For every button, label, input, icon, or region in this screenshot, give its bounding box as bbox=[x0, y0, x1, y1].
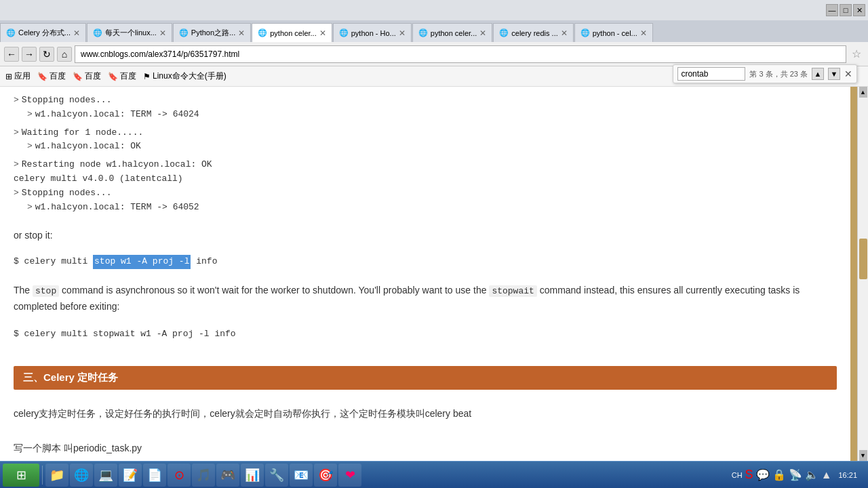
text-the: The bbox=[14, 285, 33, 296]
code-line-4: > w1.halcyon.local: OK bbox=[27, 140, 837, 154]
tab-close-icon[interactable]: ✕ bbox=[640, 28, 647, 38]
toolbar-baidu3-label: 百度 bbox=[120, 70, 136, 82]
taskbar-icon-game[interactable]: 🎮 bbox=[216, 464, 239, 487]
tab-python-celery-active[interactable]: 🌐 python celer... ✕ bbox=[252, 23, 332, 42]
arrow-icon: > bbox=[14, 186, 19, 201]
back-button[interactable]: ← bbox=[4, 47, 19, 62]
forward-button[interactable]: → bbox=[22, 47, 37, 62]
toolbar-baidu2-label: 百度 bbox=[85, 70, 101, 82]
taskbar-sys-area: CH S 💬 🔒 📡 🔈 ▲ 16:21 bbox=[728, 468, 865, 482]
scrollbar-down-button[interactable]: ▼ bbox=[859, 450, 867, 461]
address-input[interactable] bbox=[75, 45, 846, 63]
tab-celery-distribute[interactable]: 🌐 Celery 分布式... ✕ bbox=[0, 23, 86, 42]
toolbar-baidu3[interactable]: 🔖 百度 bbox=[108, 70, 136, 82]
refresh-button[interactable]: ↻ bbox=[39, 47, 54, 62]
title-bar: — □ ✕ bbox=[0, 0, 868, 20]
tab-close-icon[interactable]: ✕ bbox=[319, 28, 326, 38]
baidu-icon-3: 🔖 bbox=[108, 72, 118, 81]
or-stop-text: or stop it: bbox=[14, 228, 837, 244]
tab-favicon: 🌐 bbox=[93, 28, 102, 38]
code-line-1: > Stopping nodes... bbox=[14, 94, 837, 108]
stop-description: The stop command is asynchronous so it w… bbox=[14, 283, 837, 315]
cmd-suffix: info bbox=[191, 255, 217, 269]
toolbar-baidu1[interactable]: 🔖 百度 bbox=[37, 70, 66, 82]
tab-python-how[interactable]: 🌐 python - Ho... ✕ bbox=[333, 23, 412, 42]
code-text: Stopping nodes... bbox=[22, 94, 112, 108]
find-bar: 第 3 条，共 23 条 ▲ ▼ ✕ bbox=[673, 64, 857, 83]
tab-favicon: 🌐 bbox=[6, 28, 16, 38]
address-bar: ← → ↻ ⌂ ☆ bbox=[0, 42, 868, 66]
stopwait-command-line: $ celery multi stopwait w1 -A proj -l in… bbox=[14, 327, 837, 342]
maximize-button[interactable]: □ bbox=[840, 4, 852, 16]
code-line-2: > w1.halcyon.local: TERM -> 64024 bbox=[27, 108, 837, 122]
minimize-button[interactable]: — bbox=[826, 4, 838, 16]
scrollbar-track bbox=[858, 98, 868, 450]
tab-celery-redis[interactable]: 🌐 celery redis ... ✕ bbox=[493, 23, 573, 42]
arrow-icon: > bbox=[27, 201, 33, 215]
taskbar: ⊞ 📁 🌐 💻 📝 📄 ⊙ 🎵 🎮 📊 🔧 📧 🎯 ❤ CH S 💬 🔒 📡 🔈… bbox=[0, 461, 868, 488]
toolbar-baidu1-label: 百度 bbox=[50, 70, 66, 82]
taskbar-icon-heart[interactable]: ❤ bbox=[338, 464, 361, 487]
taskbar-icon-word[interactable]: 📄 bbox=[143, 464, 166, 487]
clock-time: 16:21 bbox=[838, 471, 857, 479]
tab-close-icon[interactable]: ✕ bbox=[238, 28, 245, 38]
code-block-top: > Stopping nodes... > w1.halcyon.local: … bbox=[14, 94, 837, 214]
tab-close-icon[interactable]: ✕ bbox=[399, 28, 406, 38]
content-area: > Stopping nodes... > w1.halcyon.local: … bbox=[0, 87, 850, 461]
find-close-button[interactable]: ✕ bbox=[844, 68, 852, 79]
tab-close-icon[interactable]: ✕ bbox=[73, 28, 80, 38]
cmd-prefix: $ celery multi bbox=[14, 255, 93, 269]
title-bar-controls[interactable]: — □ ✕ bbox=[826, 4, 865, 16]
find-count: 第 3 条，共 23 条 bbox=[749, 69, 808, 79]
toolbar-baidu2[interactable]: 🔖 百度 bbox=[73, 70, 101, 82]
tab-close-icon[interactable]: ✕ bbox=[159, 28, 166, 38]
taskbar-icon-settings[interactable]: 🔧 bbox=[265, 464, 288, 487]
stop-command-line: $ celery multi stop w1 -A proj -l info bbox=[14, 255, 837, 269]
taskbar-icon-target[interactable]: 🎯 bbox=[314, 464, 337, 487]
taskbar-icon-email[interactable]: 📧 bbox=[290, 464, 313, 487]
find-next-button[interactable]: ▼ bbox=[828, 68, 840, 80]
start-button[interactable]: ⊞ bbox=[3, 464, 39, 487]
arrow-icon: > bbox=[27, 108, 33, 122]
bookmark-icon[interactable]: ☆ bbox=[849, 47, 864, 60]
taskbar-icon-folder[interactable]: 📁 bbox=[45, 464, 68, 487]
tab-close-icon[interactable]: ✕ bbox=[561, 28, 568, 38]
inline-stopwait: stopwait bbox=[489, 285, 536, 297]
tab-favicon: 🌐 bbox=[499, 28, 509, 38]
tab-python-road[interactable]: 🌐 Python之路... ✕ bbox=[173, 23, 251, 42]
text-async: command is asynchronous so it won't wait… bbox=[59, 285, 489, 296]
tab-favicon: 🌐 bbox=[258, 28, 267, 38]
taskbar-icon-music[interactable]: 🎵 bbox=[192, 464, 215, 487]
taskbar-icon-chart[interactable]: 📊 bbox=[241, 464, 264, 487]
section-header-celery-timer: 三、Celery 定时任务 bbox=[14, 366, 837, 390]
taskbar-icon-browser[interactable]: 🌐 bbox=[70, 464, 93, 487]
tab-title: celery redis ... bbox=[511, 29, 557, 37]
find-prev-button[interactable]: ▲ bbox=[812, 68, 824, 80]
scrollbar-thumb[interactable] bbox=[859, 239, 867, 279]
close-button[interactable]: ✕ bbox=[853, 4, 865, 16]
script-description: 写一个脚本 叫periodic_task.py bbox=[14, 441, 837, 457]
tab-favicon: 🌐 bbox=[179, 28, 189, 38]
scrollbar-up-button[interactable]: ▲ bbox=[859, 87, 867, 98]
taskbar-icon-notepad[interactable]: 📝 bbox=[119, 464, 142, 487]
scrollbar[interactable]: ▲ ▼ bbox=[857, 87, 868, 461]
home-button[interactable]: ⌂ bbox=[57, 47, 72, 62]
tab-python-cel[interactable]: 🌐 python - cel... ✕ bbox=[574, 23, 653, 42]
section-header-text: 三、Celery 定时任务 bbox=[23, 371, 118, 383]
code-line-5: > Restarting node w1.halcyon.local: OK bbox=[14, 158, 837, 172]
tab-close-icon[interactable]: ✕ bbox=[479, 28, 486, 38]
taskbar-icon-computer[interactable]: 💻 bbox=[94, 464, 117, 487]
sys-chat-icon: 💬 bbox=[756, 468, 770, 481]
find-input[interactable] bbox=[677, 67, 745, 81]
arrow-icon: > bbox=[14, 158, 19, 172]
code-text: celery multi v4.0.0 (latentcall) bbox=[14, 172, 183, 186]
tab-python-celery2[interactable]: 🌐 python celer... ✕ bbox=[412, 23, 493, 42]
sys-arrow-icon: ▲ bbox=[821, 469, 832, 481]
toolbar-apps[interactable]: ⊞ 应用 bbox=[5, 70, 31, 82]
taskbar-icon-red[interactable]: ⊙ bbox=[167, 464, 191, 487]
toolbar-linux-cmd[interactable]: ⚑ Linux命令大全(手册) bbox=[143, 70, 226, 82]
sys-network-icon: 📡 bbox=[789, 468, 802, 481]
tab-title: python celer... bbox=[431, 29, 477, 37]
code-line-6: celery multi v4.0.0 (latentcall) bbox=[14, 172, 837, 186]
tab-linux[interactable]: 🌐 每天一个linux... ✕ bbox=[87, 23, 172, 42]
